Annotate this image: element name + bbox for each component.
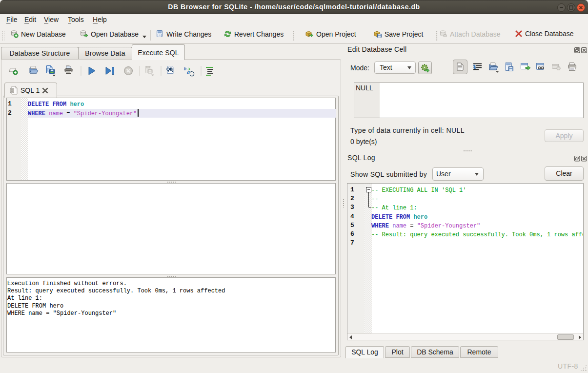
svg-text:a: a xyxy=(187,69,190,76)
svg-text:b: b xyxy=(184,66,186,71)
